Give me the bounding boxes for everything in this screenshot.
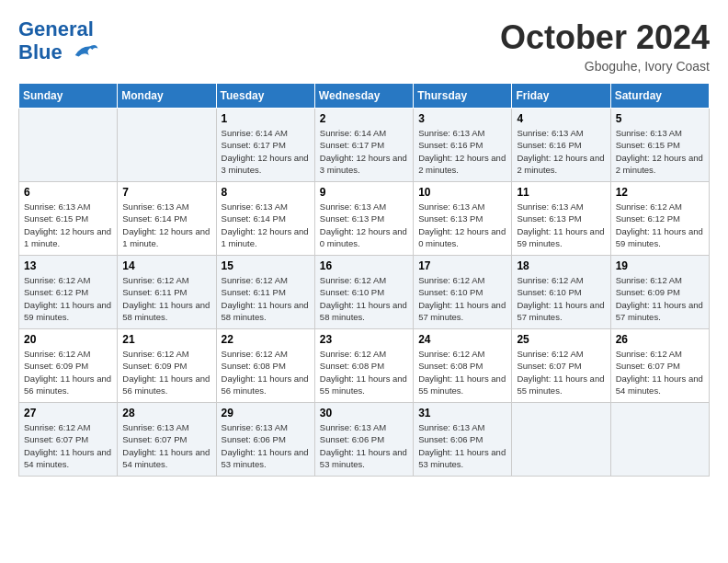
day-number: 15 [222, 259, 310, 272]
calendar-cell: 22Sunrise: 6:12 AM Sunset: 6:08 PM Dayli… [216, 329, 314, 403]
calendar-cell [19, 109, 118, 182]
weekday-header-tuesday: Tuesday [216, 84, 314, 109]
calendar-week-row: 13Sunrise: 6:12 AM Sunset: 6:12 PM Dayli… [19, 256, 710, 329]
calendar-cell: 6Sunrise: 6:13 AM Sunset: 6:15 PM Daylig… [19, 182, 118, 256]
day-info: Sunrise: 6:12 AM Sunset: 6:10 PM Dayligh… [418, 274, 506, 323]
logo-text: General [18, 18, 99, 40]
calendar-cell: 23Sunrise: 6:12 AM Sunset: 6:08 PM Dayli… [314, 329, 413, 403]
page-header: General Blue October 2024 Gboguhe, Ivory… [18, 18, 710, 74]
day-info: Sunrise: 6:13 AM Sunset: 6:07 PM Dayligh… [122, 421, 210, 470]
calendar-cell: 17Sunrise: 6:12 AM Sunset: 6:10 PM Dayli… [414, 256, 512, 329]
weekday-header-thursday: Thursday [414, 84, 512, 109]
calendar-cell: 3Sunrise: 6:13 AM Sunset: 6:16 PM Daylig… [414, 109, 512, 182]
day-info: Sunrise: 6:12 AM Sunset: 6:12 PM Dayligh… [616, 201, 704, 249]
calendar-cell: 31Sunrise: 6:13 AM Sunset: 6:06 PM Dayli… [414, 403, 512, 477]
day-info: Sunrise: 6:13 AM Sunset: 6:15 PM Dayligh… [616, 127, 704, 176]
day-number: 24 [418, 333, 506, 346]
day-info: Sunrise: 6:13 AM Sunset: 6:14 PM Dayligh… [122, 201, 210, 249]
day-number: 13 [24, 259, 112, 272]
month-title: October 2024 [500, 18, 710, 57]
calendar-cell: 8Sunrise: 6:13 AM Sunset: 6:14 PM Daylig… [216, 182, 314, 256]
calendar-cell: 26Sunrise: 6:12 AM Sunset: 6:07 PM Dayli… [610, 329, 709, 403]
logo-text-blue: Blue [18, 40, 99, 66]
day-info: Sunrise: 6:13 AM Sunset: 6:15 PM Dayligh… [24, 201, 112, 249]
logo-bird-icon [72, 40, 99, 66]
day-info: Sunrise: 6:12 AM Sunset: 6:07 PM Dayligh… [616, 348, 704, 396]
day-info: Sunrise: 6:14 AM Sunset: 6:17 PM Dayligh… [222, 127, 310, 176]
day-number: 12 [616, 186, 704, 199]
day-number: 19 [616, 259, 704, 272]
day-info: Sunrise: 6:13 AM Sunset: 6:16 PM Dayligh… [418, 127, 506, 176]
logo: General Blue [18, 18, 99, 66]
day-number: 29 [222, 407, 310, 419]
day-number: 4 [517, 112, 605, 125]
day-info: Sunrise: 6:12 AM Sunset: 6:09 PM Dayligh… [616, 274, 704, 323]
day-info: Sunrise: 6:13 AM Sunset: 6:14 PM Dayligh… [222, 201, 310, 249]
day-number: 8 [222, 186, 310, 199]
calendar-cell: 4Sunrise: 6:13 AM Sunset: 6:16 PM Daylig… [512, 109, 610, 182]
day-info: Sunrise: 6:13 AM Sunset: 6:13 PM Dayligh… [418, 201, 506, 249]
day-number: 3 [418, 112, 506, 125]
day-info: Sunrise: 6:12 AM Sunset: 6:07 PM Dayligh… [24, 421, 112, 470]
calendar-cell: 25Sunrise: 6:12 AM Sunset: 6:07 PM Dayli… [512, 329, 610, 403]
calendar-week-row: 1Sunrise: 6:14 AM Sunset: 6:17 PM Daylig… [19, 109, 710, 182]
day-number: 23 [320, 333, 408, 346]
day-number: 5 [616, 112, 704, 125]
day-number: 1 [222, 112, 310, 125]
calendar-cell: 1Sunrise: 6:14 AM Sunset: 6:17 PM Daylig… [216, 109, 314, 182]
calendar-cell: 21Sunrise: 6:12 AM Sunset: 6:09 PM Dayli… [118, 329, 216, 403]
calendar-cell [118, 109, 216, 182]
calendar-week-row: 6Sunrise: 6:13 AM Sunset: 6:15 PM Daylig… [19, 182, 710, 256]
calendar-cell: 13Sunrise: 6:12 AM Sunset: 6:12 PM Dayli… [19, 256, 118, 329]
calendar-table: SundayMondayTuesdayWednesdayThursdayFrid… [18, 83, 710, 477]
calendar-cell: 2Sunrise: 6:14 AM Sunset: 6:17 PM Daylig… [314, 109, 413, 182]
calendar-body: 1Sunrise: 6:14 AM Sunset: 6:17 PM Daylig… [19, 109, 710, 477]
day-number: 18 [517, 259, 605, 272]
calendar-cell: 10Sunrise: 6:13 AM Sunset: 6:13 PM Dayli… [414, 182, 512, 256]
day-number: 7 [122, 186, 210, 199]
day-number: 25 [517, 333, 605, 346]
day-info: Sunrise: 6:12 AM Sunset: 6:08 PM Dayligh… [320, 348, 408, 396]
day-number: 31 [418, 407, 506, 419]
day-number: 21 [122, 333, 210, 346]
weekday-header-row: SundayMondayTuesdayWednesdayThursdayFrid… [19, 84, 710, 109]
day-number: 30 [320, 407, 408, 419]
day-info: Sunrise: 6:12 AM Sunset: 6:09 PM Dayligh… [24, 348, 112, 396]
day-info: Sunrise: 6:12 AM Sunset: 6:09 PM Dayligh… [122, 348, 210, 396]
day-number: 10 [418, 186, 506, 199]
day-info: Sunrise: 6:12 AM Sunset: 6:10 PM Dayligh… [320, 274, 408, 323]
day-number: 28 [122, 407, 210, 419]
calendar-week-row: 20Sunrise: 6:12 AM Sunset: 6:09 PM Dayli… [19, 329, 710, 403]
calendar-cell: 30Sunrise: 6:13 AM Sunset: 6:06 PM Dayli… [314, 403, 413, 477]
day-info: Sunrise: 6:13 AM Sunset: 6:13 PM Dayligh… [320, 201, 408, 249]
calendar-cell: 18Sunrise: 6:12 AM Sunset: 6:10 PM Dayli… [512, 256, 610, 329]
day-number: 6 [24, 186, 112, 199]
calendar-cell: 29Sunrise: 6:13 AM Sunset: 6:06 PM Dayli… [216, 403, 314, 477]
calendar-cell: 12Sunrise: 6:12 AM Sunset: 6:12 PM Dayli… [610, 182, 709, 256]
calendar-cell: 28Sunrise: 6:13 AM Sunset: 6:07 PM Dayli… [118, 403, 216, 477]
day-number: 26 [616, 333, 704, 346]
day-info: Sunrise: 6:12 AM Sunset: 6:11 PM Dayligh… [122, 274, 210, 323]
calendar-week-row: 27Sunrise: 6:12 AM Sunset: 6:07 PM Dayli… [19, 403, 710, 477]
weekday-header-monday: Monday [118, 84, 216, 109]
calendar-cell [610, 403, 709, 477]
calendar-cell: 9Sunrise: 6:13 AM Sunset: 6:13 PM Daylig… [314, 182, 413, 256]
calendar-cell: 7Sunrise: 6:13 AM Sunset: 6:14 PM Daylig… [118, 182, 216, 256]
location: Gboguhe, Ivory Coast [500, 59, 710, 74]
day-number: 17 [418, 259, 506, 272]
day-number: 16 [320, 259, 408, 272]
calendar-header: SundayMondayTuesdayWednesdayThursdayFrid… [19, 84, 710, 109]
day-info: Sunrise: 6:14 AM Sunset: 6:17 PM Dayligh… [320, 127, 408, 176]
day-info: Sunrise: 6:13 AM Sunset: 6:06 PM Dayligh… [320, 421, 408, 470]
day-info: Sunrise: 6:12 AM Sunset: 6:08 PM Dayligh… [418, 348, 506, 396]
day-number: 20 [24, 333, 112, 346]
day-number: 14 [122, 259, 210, 272]
calendar-cell: 15Sunrise: 6:12 AM Sunset: 6:11 PM Dayli… [216, 256, 314, 329]
calendar-cell: 19Sunrise: 6:12 AM Sunset: 6:09 PM Dayli… [610, 256, 709, 329]
calendar-cell: 20Sunrise: 6:12 AM Sunset: 6:09 PM Dayli… [19, 329, 118, 403]
day-number: 2 [320, 112, 408, 125]
day-info: Sunrise: 6:12 AM Sunset: 6:12 PM Dayligh… [24, 274, 112, 323]
day-info: Sunrise: 6:12 AM Sunset: 6:08 PM Dayligh… [222, 348, 310, 396]
title-block: October 2024 Gboguhe, Ivory Coast [500, 18, 710, 74]
calendar-cell: 16Sunrise: 6:12 AM Sunset: 6:10 PM Dayli… [314, 256, 413, 329]
